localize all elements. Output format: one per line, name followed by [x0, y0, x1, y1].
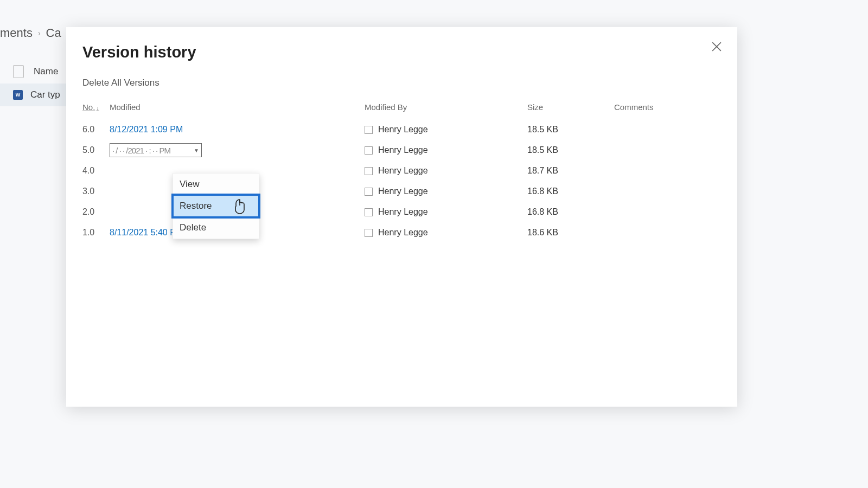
file-type-icon [13, 65, 24, 78]
word-doc-icon: W [13, 90, 23, 100]
version-size: 18.5 KB [527, 125, 614, 134]
version-history-panel: Version history Delete All Versions No.↓… [66, 27, 737, 407]
version-context-menu: View Restore Delete [173, 173, 259, 239]
version-modified-by: Henry Legge [365, 207, 527, 217]
checkbox-icon[interactable] [365, 208, 373, 216]
col-modified-by[interactable]: Modified By [365, 102, 527, 112]
breadcrumb-prev[interactable]: ments [0, 26, 33, 40]
close-icon [712, 42, 722, 52]
version-size: 18.7 KB [527, 166, 614, 176]
version-modified-by: Henry Legge [365, 145, 527, 155]
version-dropdown-trigger[interactable]: · / · · /2021 · : · · PM ▼ [110, 143, 202, 157]
version-modified-by: Henry Legge [365, 187, 527, 196]
version-no: 1.0 [82, 228, 110, 237]
checkbox-icon[interactable] [365, 188, 373, 196]
menu-view[interactable]: View [173, 174, 259, 195]
delete-all-versions-link[interactable]: Delete All Versions [82, 78, 159, 88]
version-size: 16.8 KB [527, 207, 614, 217]
table-row[interactable]: 5.0 · / · · /2021 · : · · PM ▼ Henry Leg… [82, 140, 721, 160]
close-button[interactable] [707, 37, 726, 56]
col-comments[interactable]: Comments [614, 102, 723, 112]
version-modified-cell: · / · · /2021 · : · · PM ▼ [110, 143, 365, 157]
panel-title: Version history [82, 43, 721, 61]
version-modified-by: Henry Legge [365, 166, 527, 176]
version-no: 2.0 [82, 207, 110, 217]
breadcrumb-current[interactable]: Ca [46, 26, 61, 40]
sort-desc-icon: ↓ [96, 105, 99, 111]
version-size: 18.5 KB [527, 145, 614, 155]
dropdown-selected-text: · / · · /2021 · : · · PM [112, 146, 170, 155]
version-modified-link[interactable]: 8/12/2021 1:09 PM [110, 125, 365, 134]
version-no: 4.0 [82, 166, 110, 176]
breadcrumb: ments › Ca [0, 26, 61, 40]
checkbox-icon[interactable] [365, 146, 373, 155]
chevron-right-icon: › [38, 29, 41, 37]
version-size: 16.8 KB [527, 187, 614, 196]
checkbox-icon[interactable] [365, 229, 373, 237]
col-modified[interactable]: Modified [110, 102, 365, 112]
col-size[interactable]: Size [527, 102, 614, 112]
column-name-header[interactable]: Name [34, 66, 58, 77]
version-modified-by: Henry Legge [365, 228, 527, 237]
version-no: 3.0 [82, 187, 110, 196]
version-no: 6.0 [82, 125, 110, 134]
table-header: No.↓ Modified Modified By Size Comments [82, 102, 721, 112]
file-name: Car typ [30, 89, 60, 100]
checkbox-icon[interactable] [365, 167, 373, 175]
menu-delete[interactable]: Delete [173, 217, 259, 239]
version-no: 5.0 [82, 145, 110, 155]
version-size: 18.6 KB [527, 228, 614, 237]
table-row[interactable]: 6.0 8/12/2021 1:09 PM Henry Legge 18.5 K… [82, 119, 721, 140]
menu-restore[interactable]: Restore [173, 195, 259, 217]
caret-down-icon: ▼ [194, 147, 199, 153]
checkbox-icon[interactable] [365, 126, 373, 134]
version-modified-by: Henry Legge [365, 125, 527, 134]
col-no[interactable]: No.↓ [82, 102, 110, 112]
